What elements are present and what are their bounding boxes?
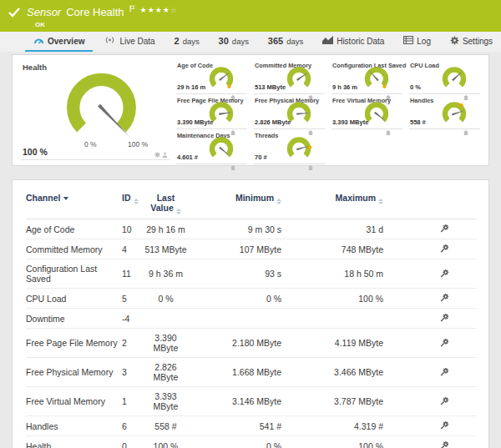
mini-gauge-cell: Handles 558 # (409, 96, 480, 129)
channel-name-cell: Age of Code (26, 219, 122, 239)
channel-settings-icon[interactable] (440, 440, 449, 448)
gauge-scale-max: 100 % (128, 140, 148, 148)
channel-maximum-cell: 18 h 50 m (281, 259, 383, 289)
gear-icon (450, 36, 459, 47)
mini-gauge (205, 134, 237, 162)
column-header-minimum[interactable]: Minimum (189, 185, 281, 219)
channel-id-cell: 0 (122, 436, 143, 448)
channel-settings-icon[interactable] (440, 269, 449, 278)
channel-name-cell: Downtime (26, 309, 122, 329)
table-row: Configuration Last Saved 11 9 h 36 m 93 … (26, 259, 477, 289)
channel-settings-icon[interactable] (440, 420, 449, 430)
gauge-value: 3.393 MByte (332, 118, 368, 126)
gauge-user-icon[interactable] (162, 152, 168, 158)
channel-name-cell: Free Virtual Memory (26, 387, 122, 416)
channel-settings-icon[interactable] (440, 313, 449, 322)
mini-gauge-cell: CPU Load 0 % (409, 61, 480, 94)
flag-icon[interactable] (129, 5, 135, 13)
channel-minimum-cell (189, 309, 281, 329)
tab-live-data[interactable]: Live Data (95, 32, 163, 52)
tab-historic-data[interactable]: Historic Data (314, 32, 392, 52)
mini-gauge-cell: Free Virtual Memory 3.393 MByte (331, 96, 402, 129)
tab-overview[interactable]: Overview (25, 32, 93, 52)
tab-365-days[interactable]: 365 days (260, 32, 311, 52)
channel-minimum-cell: 107 MByte (189, 239, 281, 259)
channel-name-cell: Free Page File Memory (26, 329, 122, 358)
column-header-maximum[interactable]: Maximum (281, 185, 383, 219)
priority-stars[interactable]: ★★★★☆ (140, 6, 178, 14)
mini-gauge-cell: Free Physical Memory 2.826 MByte (254, 96, 325, 129)
channel-name-cell: Health (26, 436, 122, 448)
channel-minimum-cell: 3.146 MByte (189, 387, 281, 416)
live-signal-icon (104, 36, 116, 46)
channel-settings-icon[interactable] (440, 338, 449, 347)
channel-minimum-cell: 1.668 MByte (189, 358, 281, 387)
gauge-label: CPU Load (410, 62, 439, 69)
channel-name-cell: Committed Memory (26, 239, 122, 259)
gauge-value: 9 h 36 m (332, 83, 357, 91)
mini-gauge-cell: Committed Memory 513 MByte (254, 61, 325, 94)
status-ok-check-icon (8, 8, 20, 18)
channel-settings-icon[interactable] (440, 367, 449, 376)
channel-id-cell: 6 (122, 416, 143, 436)
health-gauge (41, 68, 166, 140)
gauge-scale-min: 0 % (84, 140, 97, 148)
table-row: Free Virtual Memory 1 3.393 MByte 3.146 … (26, 387, 477, 416)
channel-maximum-cell: 3.787 MByte (281, 387, 383, 416)
column-header-channel[interactable]: Channel (26, 185, 122, 219)
gauge-value: 558 # (410, 118, 426, 126)
table-row: Age of Code 10 29 h 16 m 9 m 30 s 31 d (26, 219, 477, 239)
channel-last-value-cell: 29 h 16 m (143, 219, 189, 239)
channel-minimum-cell: 93 s (189, 259, 281, 289)
channel-last-value-cell: 9 h 36 m (143, 259, 189, 289)
gauge-value: 0 % (410, 83, 421, 91)
channel-settings-icon[interactable] (440, 244, 449, 253)
sort-icon (134, 199, 139, 204)
channel-name-cell: Handles (26, 416, 122, 436)
tab-settings[interactable]: Settings (442, 32, 501, 52)
table-row: Committed Memory 4 513 MByte 107 MByte 7… (26, 239, 477, 259)
channel-id-cell: 2 (122, 329, 143, 358)
gauge-label: Handles (410, 97, 433, 104)
channel-minimum-cell: 2.180 MByte (189, 329, 281, 358)
gauge-value: 100 % (23, 147, 48, 157)
channel-last-value-cell (143, 309, 189, 329)
tab-30-days[interactable]: 30 days (210, 32, 257, 52)
table-row: Free Physical Memory 3 2.826 MByte 1.668… (26, 358, 477, 387)
channel-maximum-cell (281, 309, 383, 329)
gauge-value: 2.826 MByte (255, 118, 291, 126)
gauge-value: 29 h 16 m (177, 83, 205, 91)
channel-id-cell: 1 (122, 387, 143, 416)
column-header-edit (383, 185, 477, 219)
channel-settings-icon[interactable] (440, 293, 449, 302)
channel-id-cell: 5 (122, 289, 143, 309)
channel-maximum-cell: 100 % (281, 289, 383, 309)
channel-settings-icon[interactable] (440, 224, 449, 233)
channel-last-value-cell: 558 # (143, 416, 189, 436)
sort-icon (176, 209, 181, 214)
channel-last-value-cell: 2.826 MByte (143, 358, 189, 387)
column-header-last-value[interactable]: Last Value (143, 185, 189, 219)
channel-id-cell: 4 (122, 239, 143, 259)
channel-last-value-cell: 0 % (143, 289, 189, 309)
tab-2-days[interactable]: 2 days (166, 32, 208, 52)
table-row: Free Page File Memory 2 3.390 MByte 2.18… (26, 329, 477, 358)
channel-minimum-cell: 9 m 30 s (189, 219, 281, 239)
mini-gauge-cell: Age of Code 29 h 16 m (176, 61, 247, 94)
tab-log[interactable]: Log (395, 32, 439, 52)
mini-gauge-grid: Age of Code 29 h 16 m Committed Memory 5… (176, 60, 480, 160)
gauge-value: 3.390 MByte (177, 118, 213, 126)
gauge-settings-icon[interactable] (154, 152, 160, 158)
channel-maximum-cell: 100 % (281, 436, 383, 448)
mini-gauge-cell: Configuration Last Saved 9 h 36 m (331, 61, 402, 94)
table-row: Health 0 100 % 0 % 100 % (26, 436, 477, 448)
channel-name-cell: Free Physical Memory (26, 358, 122, 387)
channel-last-value-cell: 3.390 MByte (143, 329, 189, 358)
gauge-label: Threads (255, 132, 278, 139)
table-row: Downtime -4 (26, 309, 477, 329)
channel-last-value-cell: 513 MByte (143, 239, 189, 259)
gauge-value: 70 # (255, 154, 267, 161)
channel-settings-icon[interactable] (440, 396, 449, 405)
column-header-id[interactable]: ID (122, 185, 143, 219)
channel-id-cell: -4 (122, 309, 143, 329)
